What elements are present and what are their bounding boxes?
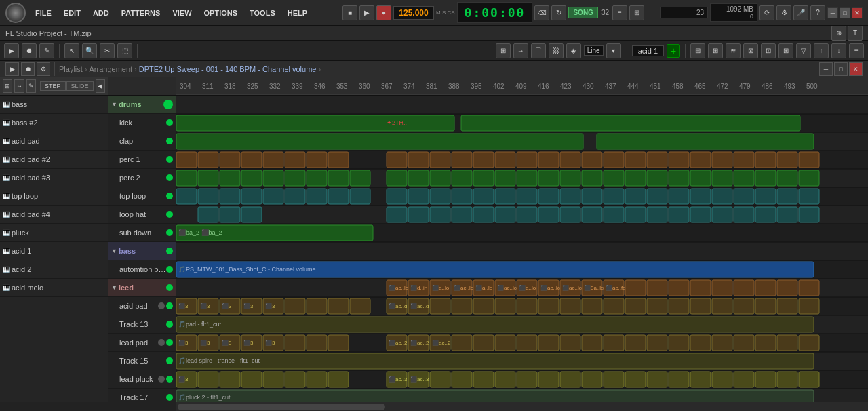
vol-btn[interactable]: ◈ [566, 43, 581, 58]
menu-edit[interactable]: EDIT [58, 6, 86, 20]
track-leadpluck[interactable]: lead pluck [108, 370, 176, 389]
scrollbar-right[interactable] [176, 402, 868, 411]
up-btn[interactable]: ↑ [814, 43, 829, 58]
select-btn[interactable]: ⬚ [117, 43, 132, 58]
menu-tools[interactable]: TOOLS [244, 6, 281, 20]
track-perc1[interactable]: perc 1 [108, 151, 176, 169]
play-btn[interactable]: ▶ [359, 5, 374, 20]
timeline-svg[interactable]: ✦2TH.. [176, 96, 868, 402]
settings-btn[interactable]: ⚙ [776, 5, 791, 20]
track17-dot[interactable] [166, 394, 173, 401]
snap-btn[interactable]: T [848, 26, 863, 41]
clap-dot[interactable] [166, 138, 173, 144]
track-track13[interactable]: Track 13 [108, 315, 176, 334]
track-toploop[interactable]: top loop [108, 187, 176, 206]
loop-btn[interactable]: ↻ [551, 5, 566, 20]
inst-acidpad3[interactable]: 🎹 acid pad #3 [0, 169, 108, 187]
playlist-collapse-btn[interactable]: ─ [819, 62, 833, 76]
inst-acidmelo[interactable]: 🎹 acid melo [0, 279, 108, 297]
pattern-name[interactable]: acid 1 [632, 45, 664, 56]
menu-file[interactable]: FILE [30, 6, 57, 20]
subdown-dot[interactable] [166, 229, 173, 236]
list-btn[interactable]: ≡ [849, 43, 864, 58]
track-group-bass[interactable]: ▼ bass [108, 242, 176, 260]
inst-acid2[interactable]: 🎹 acid 2 [0, 260, 108, 279]
mix-btn[interactable]: ≋ [726, 43, 741, 58]
sidebar-draw-btn[interactable]: ✎ [26, 79, 36, 93]
inst-toploop[interactable]: 🎹 top loop [0, 187, 108, 206]
sidebar-arrow-left-btn[interactable]: ◀ [96, 79, 105, 93]
down-btn[interactable]: ↓ [831, 43, 846, 58]
arrow-right-btn[interactable]: → [513, 43, 528, 58]
snap-right-btn[interactable]: ⊞ [496, 43, 511, 58]
mixer-btn[interactable]: ≡ [612, 5, 627, 20]
inst-acidpad2[interactable]: 🎹 acid pad #2 [0, 151, 108, 169]
playlist-record-btn[interactable]: ⏺ [21, 62, 35, 76]
zoom-btn[interactable]: 🔍 [82, 43, 97, 58]
kick-dot[interactable] [166, 119, 173, 126]
loophat-dot[interactable] [166, 211, 173, 218]
menu-patterns[interactable]: PATTerns [116, 6, 166, 20]
perc1-dot[interactable] [166, 156, 173, 163]
cut-btn[interactable]: ✂ [100, 43, 115, 58]
track-track15[interactable]: Track 15 [108, 352, 176, 370]
mute-btn[interactable]: ⊞ [708, 43, 723, 58]
stop-btn[interactable]: ■ [342, 5, 357, 20]
track-group-drums[interactable]: ▼ drums [108, 96, 176, 114]
add-pattern-btn[interactable]: + [667, 44, 680, 58]
menu-view[interactable]: VIeW [167, 6, 197, 20]
song-mode-btn[interactable]: SONG [568, 7, 597, 18]
acidpad-dot[interactable] [166, 302, 173, 309]
leadpluck-collapse[interactable] [158, 376, 165, 383]
toploop-dot[interactable] [166, 193, 173, 199]
win-max-btn[interactable]: □ [840, 7, 850, 18]
playlist-close-btn[interactable]: ✕ [849, 62, 863, 76]
magnet-btn[interactable]: ⊕ [831, 26, 846, 41]
playlist-gear-btn[interactable]: ⚙ [37, 62, 50, 76]
link-btn[interactable]: ⛓ [549, 43, 564, 58]
help-btn[interactable]: ? [810, 5, 825, 20]
track-clap[interactable]: clap [108, 132, 176, 151]
perc2-dot[interactable] [166, 174, 173, 181]
split-btn[interactable]: ⊠ [743, 43, 758, 58]
line-selector[interactable]: Line [584, 45, 604, 56]
leadpluck-dot[interactable] [166, 376, 173, 383]
bass-dot[interactable] [166, 248, 173, 254]
track-group-leed[interactable]: ▼ leed [108, 279, 176, 297]
leed-dot[interactable] [166, 284, 173, 291]
drums-green-btn[interactable] [163, 100, 173, 109]
track-acidpad-leed[interactable]: acid pad [108, 297, 176, 315]
mic-btn[interactable]: 🎤 [793, 5, 808, 20]
copy-btn[interactable]: ⊞ [778, 43, 793, 58]
track15-dot[interactable] [166, 357, 173, 364]
curve-btn[interactable]: ⌒ [531, 43, 546, 58]
menu-help[interactable]: help [282, 6, 313, 20]
bpm-display[interactable]: 125.000 [393, 6, 434, 20]
dup-btn[interactable]: ⊡ [761, 43, 776, 58]
play2-btn[interactable]: ▶ [4, 43, 19, 58]
collapse-btn[interactable]: ⊟ [690, 43, 705, 58]
playlist-play-btn[interactable]: ▶ [5, 62, 19, 76]
inst-bass2[interactable]: 🎹 bass #2 [0, 114, 108, 132]
playlist-max-btn[interactable]: □ [834, 62, 848, 76]
record2-btn[interactable]: ⏺ [22, 43, 37, 58]
sidebar-collapse-btn[interactable]: ⊞ [3, 79, 12, 93]
leadpad-collapse[interactable] [158, 339, 165, 346]
track-loophat[interactable]: loop hat [108, 206, 176, 224]
track-autombass[interactable]: automtion bass [108, 260, 176, 279]
track-perc2[interactable]: perc 2 [108, 169, 176, 187]
inst-pluck[interactable]: 🎹 pluck [0, 224, 108, 242]
track13-dot[interactable] [166, 321, 173, 328]
acidpad-collapse[interactable] [158, 302, 165, 309]
autombass-dot[interactable] [166, 266, 173, 273]
cursor-btn[interactable]: ↖ [64, 43, 79, 58]
track-subdown[interactable]: sub down [108, 224, 176, 242]
track-leadpad[interactable]: lead pad [108, 334, 176, 352]
menu-add[interactable]: ADD [87, 6, 115, 20]
menu-options[interactable]: OPTIONS [199, 6, 243, 20]
leadpad-dot[interactable] [166, 339, 173, 346]
tool1-btn[interactable]: ✎ [39, 43, 54, 58]
slide-btn[interactable]: SLIDE [66, 81, 94, 91]
win-min-btn[interactable]: ─ [827, 7, 838, 18]
refresh-btn[interactable]: ⟳ [760, 5, 774, 20]
